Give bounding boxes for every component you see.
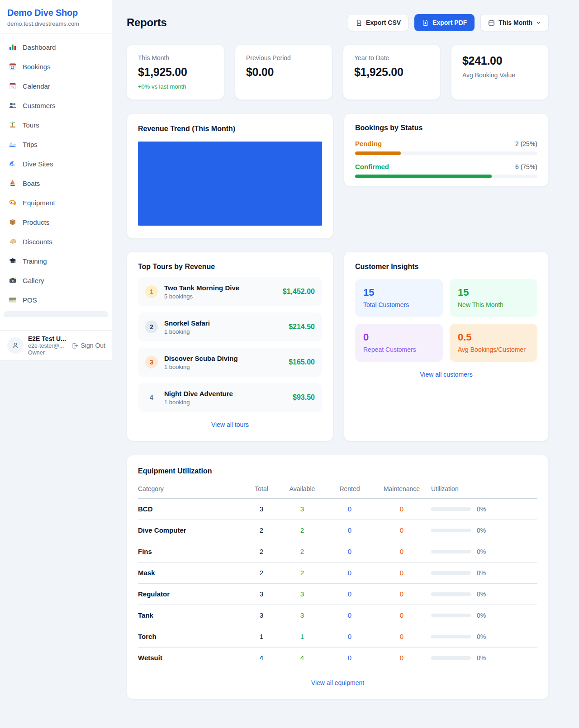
utilization-percent: 0% bbox=[477, 506, 486, 513]
stat-delta: +0% vs last month bbox=[138, 83, 213, 90]
equipment-available: 4 bbox=[277, 654, 327, 662]
sidebar-item-label: POS bbox=[23, 296, 37, 304]
view-all-equipment-link[interactable]: View all equipment bbox=[138, 679, 537, 686]
utilization-bar bbox=[431, 550, 471, 553]
equipment-rented: 0 bbox=[327, 633, 372, 640]
sidebar-item-customers[interactable]: Customers bbox=[4, 97, 108, 113]
tour-bookings: 1 booking bbox=[164, 399, 233, 406]
charts-row: Revenue Trend (This Month) Bookings by S… bbox=[127, 113, 549, 239]
equipment-available: 2 bbox=[277, 526, 327, 534]
sidebar-item-dashboard[interactable]: Dashboard bbox=[4, 39, 108, 55]
utilization-percent: 0% bbox=[477, 654, 486, 662]
equipment-category: Mask bbox=[138, 569, 246, 577]
svg-text:17: 17 bbox=[11, 66, 14, 69]
sidebar-item-equipment[interactable]: Equipment bbox=[4, 194, 108, 211]
equipment-utilization-title: Equipment Utilization bbox=[138, 467, 537, 475]
progress-bar bbox=[355, 151, 537, 155]
table-row: Fins 2 2 0 0 0% bbox=[138, 541, 537, 563]
user-box: E2E Test U... e2e-tester@... Owner Sign … bbox=[0, 330, 112, 360]
equipment-category: Wetsuit bbox=[138, 654, 246, 662]
sidebar-item-label: Discounts bbox=[23, 238, 52, 246]
status-row-pending: Pending 2 (25%) bbox=[355, 140, 537, 155]
column-header-maintenance: Maintenance bbox=[372, 485, 431, 492]
column-header-rented: Rented bbox=[327, 485, 372, 492]
equipment-available: 1 bbox=[277, 633, 327, 640]
user-email: e2e-tester@... bbox=[28, 343, 66, 349]
sidebar-item-gallery[interactable]: Gallery bbox=[4, 272, 108, 288]
equipment-maintenance: 0 bbox=[372, 633, 431, 640]
table-row: BCD 3 3 0 0 0% bbox=[138, 499, 537, 520]
customer-insights-card: Customer Insights 15 Total Customers 15 … bbox=[344, 251, 549, 441]
tour-row: 2 Snorkel Safari 1 booking $214.50 bbox=[138, 312, 322, 341]
status-label: Pending bbox=[355, 140, 382, 147]
tour-amount: $1,452.00 bbox=[283, 288, 315, 296]
stat-label: Year to Date bbox=[354, 54, 429, 61]
tile-label: Total Customers bbox=[363, 301, 435, 308]
utilization-bar bbox=[431, 571, 471, 575]
tile-label: Avg Bookings/Customer bbox=[458, 346, 529, 353]
sidebar-item-label: Gallery bbox=[23, 277, 44, 284]
rank-badge: 2 bbox=[145, 321, 158, 333]
rank-badge: 3 bbox=[145, 356, 158, 369]
shop-name: Demo Dive Shop bbox=[7, 8, 104, 18]
sidebar-item-label: Equipment bbox=[23, 199, 55, 207]
user-name: E2E Test U... bbox=[28, 335, 66, 342]
tour-name: Two Tank Morning Dive bbox=[164, 284, 239, 292]
stats-row: This Month $1,925.00 +0% vs last month P… bbox=[127, 44, 549, 100]
customers-icon bbox=[8, 101, 17, 109]
revenue-trend-title: Revenue Trend (This Month) bbox=[138, 125, 322, 133]
utilization-bar bbox=[431, 635, 471, 638]
gallery-icon bbox=[8, 276, 17, 284]
calendar-icon bbox=[8, 82, 17, 90]
user-meta: E2E Test U... e2e-tester@... Owner bbox=[28, 335, 66, 356]
column-header-category: Category bbox=[138, 485, 246, 492]
table-row: Wetsuit 4 4 0 0 0% bbox=[138, 648, 537, 668]
export-csv-button[interactable]: Export CSV bbox=[348, 14, 408, 31]
equipment-maintenance: 0 bbox=[372, 569, 431, 577]
tour-bookings: 5 bookings bbox=[164, 293, 239, 300]
sidebar-item-bookings[interactable]: 17 Bookings bbox=[4, 58, 108, 75]
stat-card-this-month: This Month $1,925.00 +0% vs last month bbox=[127, 44, 224, 100]
sign-out-button[interactable]: Sign Out bbox=[71, 342, 105, 349]
equipment-category: Fins bbox=[138, 548, 246, 555]
insights-row: Top Tours by Revenue 1 Two Tank Morning … bbox=[127, 251, 549, 441]
sidebar-item-training[interactable]: Training bbox=[4, 253, 108, 269]
sidebar-item-discounts[interactable]: Discounts bbox=[4, 233, 108, 250]
equipment-category: Dive Computer bbox=[138, 526, 246, 534]
sidebar-item-tours[interactable]: Tours bbox=[4, 117, 108, 133]
tour-amount: $214.50 bbox=[289, 323, 315, 331]
table-row: Mask 2 2 0 0 0% bbox=[138, 563, 537, 584]
sidebar-item-label: Dive Sites bbox=[23, 160, 53, 168]
sidebar-item-products[interactable]: Products bbox=[4, 214, 108, 230]
equipment-category: Tank bbox=[138, 611, 246, 619]
equipment-rented: 0 bbox=[327, 526, 372, 534]
sidebar-nav: Dashboard 17 Bookings Calendar Customers… bbox=[0, 33, 112, 317]
utilization-percent: 0% bbox=[477, 548, 486, 555]
tour-bookings: 1 booking bbox=[164, 328, 210, 335]
tile-repeat-customers: 0 Repeat Customers bbox=[355, 324, 443, 362]
equipment-rented: 0 bbox=[327, 548, 372, 555]
tour-row: 4 Night Dive Adventure 1 booking $93.50 bbox=[138, 383, 322, 412]
customer-insights-title: Customer Insights bbox=[355, 263, 537, 271]
rank-badge: 4 bbox=[145, 391, 158, 404]
tile-value: 15 bbox=[458, 287, 529, 298]
sidebar-item-calendar[interactable]: Calendar bbox=[4, 78, 108, 94]
view-all-tours-link[interactable]: View all tours bbox=[138, 421, 322, 428]
column-header-utilization: Utilization bbox=[431, 485, 537, 492]
sidebar-item-reports-partial[interactable] bbox=[4, 311, 108, 317]
sidebar-item-boats[interactable]: Boats bbox=[4, 175, 108, 191]
progress-bar-fill bbox=[355, 175, 492, 178]
bookings-icon: 17 bbox=[8, 62, 17, 71]
export-pdf-button[interactable]: Export PDF bbox=[414, 14, 475, 31]
sidebar-item-trips[interactable]: Trips bbox=[4, 136, 108, 152]
file-download-icon bbox=[356, 19, 362, 26]
period-dropdown[interactable]: This Month bbox=[480, 14, 549, 31]
chevron-down-icon bbox=[536, 20, 541, 25]
utilization-percent: 0% bbox=[477, 633, 486, 640]
sidebar-item-pos[interactable]: POS bbox=[4, 292, 108, 308]
sidebar-item-label: Tours bbox=[23, 121, 39, 129]
equipment-utilization-card: Equipment Utilization Category Total Ava… bbox=[127, 455, 549, 700]
view-all-customers-link[interactable]: View all customers bbox=[355, 371, 537, 378]
sidebar-item-dive-sites[interactable]: Dive Sites bbox=[4, 156, 108, 172]
shop-domain: demo.test.divestreams.com bbox=[7, 20, 104, 27]
